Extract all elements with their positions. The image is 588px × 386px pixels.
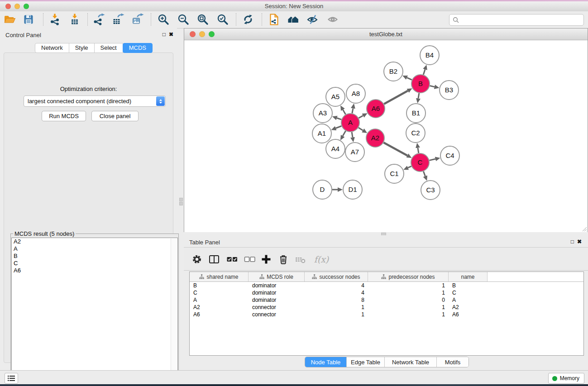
tab-motifs[interactable]: Motifs (437, 357, 468, 367)
graph-edge-B-B1[interactable] (418, 93, 419, 99)
graph-edge-C-C1[interactable] (408, 166, 411, 167)
cell-name[interactable]: A2 (449, 304, 488, 311)
tab-mcds[interactable]: MCDS (123, 43, 153, 53)
graph-edge-A-A6[interactable] (359, 115, 363, 118)
graph-node-D1[interactable]: D1 (343, 180, 362, 199)
cell-shared-name[interactable]: B (190, 282, 249, 289)
tab-style[interactable]: Style (69, 43, 95, 53)
task-history-button[interactable] (5, 373, 18, 384)
graph-node-B1[interactable]: B1 (406, 104, 425, 123)
graph-node-C3[interactable]: C3 (421, 181, 440, 200)
export-image-icon[interactable] (131, 13, 144, 26)
graph-edge-A-A1[interactable] (336, 126, 342, 128)
import-network-icon[interactable] (48, 13, 62, 26)
graph-node-A3[interactable]: A3 (313, 104, 332, 123)
float-panel-icon[interactable]: □ (571, 238, 574, 245)
float-panel-icon[interactable]: □ (163, 31, 166, 38)
add-column-icon[interactable] (259, 253, 273, 266)
table-row[interactable]: A2connector11A2 (190, 304, 583, 311)
zoom-in-icon[interactable] (157, 13, 170, 26)
search-input[interactable] (459, 16, 583, 24)
network-canvas[interactable]: B4B2BB3A5A8A6B1A3AC2A1A2A4A7C4CC1C3DD1 (184, 40, 588, 232)
graph-node-B[interactable]: B (411, 75, 430, 93)
cell-shared-name[interactable]: C (190, 289, 249, 296)
graph-edge-A-A2[interactable] (359, 128, 363, 130)
cell-name[interactable]: C (449, 289, 488, 296)
cell-successor-nodes[interactable]: 1 (305, 311, 368, 318)
clear-table-icon[interactable] (294, 253, 307, 266)
memory-button[interactable]: Memory (548, 373, 584, 384)
cell-name[interactable]: B (449, 282, 488, 289)
toggle-graphics-details-icon[interactable] (306, 13, 319, 26)
tab-node-table[interactable]: Node Table (305, 357, 347, 367)
mcds-result-item[interactable]: A (12, 245, 177, 253)
cell-shared-name[interactable]: A6 (190, 311, 249, 318)
table-row[interactable]: Adominator80A (190, 296, 583, 304)
column-header-successor-nodes[interactable]: successor nodes (305, 272, 368, 281)
mcds-result-item[interactable]: A6 (12, 267, 177, 274)
table-row[interactable]: Cdominator41C (190, 289, 583, 296)
cell-mcds-role[interactable]: connector (249, 304, 305, 311)
graph-node-A1[interactable]: A1 (312, 124, 331, 143)
deselect-all-checkboxes-icon[interactable] (243, 253, 257, 266)
graph-edge-A-A8[interactable] (352, 108, 353, 113)
function-builder-icon[interactable]: f(x) (311, 253, 331, 266)
show-graphics-details-icon[interactable] (326, 13, 339, 26)
split-view-icon[interactable] (207, 253, 221, 266)
run-mcds-button[interactable]: Run MCDS (42, 111, 86, 121)
cell-mcds-role[interactable]: connector (249, 311, 305, 318)
resize-grip-icon[interactable] (582, 226, 587, 232)
cell-successor-nodes[interactable]: 4 (305, 289, 368, 296)
cell-mcds-role[interactable]: dominator (249, 282, 305, 289)
cell-name[interactable]: A (449, 296, 488, 304)
mcds-result-item[interactable]: B (12, 253, 177, 260)
cell-name[interactable]: A6 (449, 311, 488, 318)
cell-mcds-role[interactable]: dominator (249, 296, 305, 304)
criterion-select[interactable]: largest connected component (directed) (24, 95, 166, 107)
graph-node-A8[interactable]: A8 (346, 84, 365, 103)
apply-layout-icon[interactable] (241, 13, 255, 26)
ndex-network-icon[interactable] (267, 13, 281, 26)
delete-column-icon[interactable] (277, 253, 290, 266)
zoom-fit-icon[interactable] (196, 13, 210, 26)
graph-edge-A-A3[interactable] (337, 118, 341, 119)
mcds-result-item[interactable]: C (12, 260, 177, 267)
graph-edge-B-B2[interactable] (407, 78, 412, 80)
cell-predecessor-nodes[interactable]: 1 (368, 289, 449, 296)
close-panel-button[interactable]: Close panel (91, 111, 139, 121)
cell-predecessor-nodes[interactable]: 0 (368, 296, 449, 304)
save-session-icon[interactable] (22, 13, 35, 26)
graph-edge-B-B4[interactable] (423, 69, 425, 75)
column-header-shared-name[interactable]: shared name (190, 272, 249, 281)
column-header-mcds-role[interactable]: MCDS role (249, 272, 305, 281)
tab-edge-table[interactable]: Edge Table (347, 357, 385, 367)
graph-edge-C-C4[interactable] (429, 159, 435, 160)
graph-node-A[interactable]: A (341, 114, 359, 132)
split-divider-handle[interactable] (179, 202, 183, 205)
column-header-predecessor-nodes[interactable]: predecessor nodes (368, 272, 449, 281)
scrollbar[interactable] (171, 238, 177, 385)
tab-network-table[interactable]: Network Table (385, 357, 437, 367)
import-table-icon[interactable] (68, 13, 81, 26)
graph-node-C2[interactable]: C2 (406, 124, 425, 143)
graph-edge-C-C3[interactable] (423, 172, 425, 176)
graph-node-A2[interactable]: A2 (366, 129, 384, 147)
graph-node-A4[interactable]: A4 (326, 139, 345, 158)
zoom-out-icon[interactable] (177, 13, 190, 26)
graph-edge-B-B3[interactable] (430, 86, 434, 87)
mcds-result-list[interactable]: A2ABCA6 (11, 238, 178, 386)
graph-edge-A6-B[interactable] (384, 91, 408, 104)
export-network-icon[interactable] (92, 13, 105, 26)
cell-shared-name[interactable]: A (190, 296, 249, 304)
column-header-name[interactable]: name (449, 272, 488, 281)
graph-edge-A-A5[interactable] (343, 110, 346, 114)
close-panel-icon[interactable]: ✖ (169, 31, 173, 38)
tab-select[interactable]: Select (94, 43, 123, 53)
graph-node-D[interactable]: D (313, 180, 332, 199)
graph-node-C1[interactable]: C1 (385, 164, 404, 183)
mcds-result-item[interactable]: A2 (12, 238, 177, 245)
cell-successor-nodes[interactable]: 4 (305, 282, 368, 289)
graph-node-B2[interactable]: B2 (384, 62, 403, 81)
tab-network[interactable]: Network (35, 43, 69, 53)
export-table-icon[interactable] (111, 13, 125, 26)
